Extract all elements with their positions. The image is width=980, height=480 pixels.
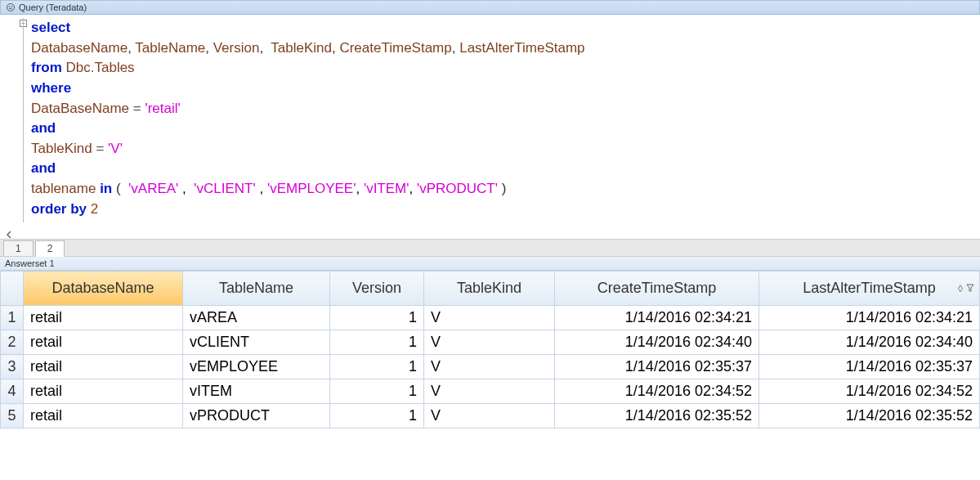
code-line[interactable]: and xyxy=(16,119,972,139)
tab-2[interactable]: 2 xyxy=(35,240,65,257)
token-punc: , xyxy=(205,40,213,56)
cell[interactable]: 1/14/2016 02:34:21 xyxy=(759,306,980,330)
cell[interactable]: 1/14/2016 02:34:40 xyxy=(555,330,759,355)
token-op: = xyxy=(133,101,141,116)
cell[interactable]: 1/14/2016 02:34:21 xyxy=(555,306,759,330)
table-row[interactable]: 1retailvAREA1V1/14/2016 02:34:211/14/201… xyxy=(1,306,980,330)
cell[interactable]: retail xyxy=(24,306,183,330)
cell[interactable]: 1 xyxy=(330,306,424,330)
code-line[interactable]: DataBaseName = 'retail' xyxy=(16,99,972,119)
row-header[interactable]: 5 xyxy=(1,404,24,428)
token-str: 'vPRODUCT' xyxy=(417,181,498,196)
token-ident: DataBaseName xyxy=(31,101,133,116)
tab-1[interactable]: 1 xyxy=(3,240,34,256)
cell[interactable]: retail xyxy=(24,379,183,404)
cell[interactable]: 1/14/2016 02:34:52 xyxy=(555,379,759,404)
sql-editor[interactable]: − selectDatabaseName, TableName, Version… xyxy=(0,15,980,227)
row-header[interactable]: 4 xyxy=(1,379,24,404)
cell[interactable]: 1/14/2016 02:35:37 xyxy=(555,355,759,379)
cell[interactable]: retail xyxy=(24,355,183,379)
code-line[interactable]: from Dbc.Tables xyxy=(16,58,972,79)
token-str: 'retail' xyxy=(145,101,180,116)
token-num: 2 xyxy=(91,201,98,217)
cell[interactable]: V xyxy=(424,355,555,379)
cell[interactable]: vPRODUCT xyxy=(183,404,330,428)
token-ident: tablename xyxy=(31,181,100,196)
svg-point-2 xyxy=(11,6,13,7)
token-str: 'vAREA' xyxy=(128,181,178,196)
code-line[interactable]: and xyxy=(16,159,972,179)
token-blk: , xyxy=(256,181,267,196)
token-str: 'V' xyxy=(108,141,123,156)
table-row[interactable]: 3retailvEMPLOYEE1V1/14/2016 02:35:371/14… xyxy=(1,355,980,379)
answerset-title: Answerset 1 xyxy=(5,258,55,268)
cell[interactable]: 1 xyxy=(330,355,424,379)
token-blk: , xyxy=(409,181,417,196)
row-header[interactable]: 2 xyxy=(1,330,24,355)
token-kw: and xyxy=(31,120,56,136)
cell[interactable]: 1 xyxy=(330,379,424,404)
cell[interactable]: V xyxy=(424,306,555,330)
code-line[interactable]: DatabaseName, TableName, Version, TableK… xyxy=(16,38,972,59)
token-ident: DatabaseName xyxy=(31,40,128,56)
row-header[interactable]: 1 xyxy=(1,306,24,330)
token-punc: ) xyxy=(502,181,507,196)
column-header-databasename[interactable]: DatabaseName xyxy=(24,271,183,306)
column-header-tablekind[interactable]: TableKind xyxy=(424,271,555,306)
table-row[interactable]: 4retailvITEM1V1/14/2016 02:34:521/14/201… xyxy=(1,379,980,404)
column-header-tablename[interactable]: TableName xyxy=(183,271,330,306)
fold-gutter-line xyxy=(23,18,24,222)
cell[interactable]: V xyxy=(424,330,555,355)
scroll-left-icon[interactable] xyxy=(5,231,980,239)
code-line[interactable]: select xyxy=(16,18,972,38)
cell[interactable]: vEMPLOYEE xyxy=(183,355,330,379)
token-ident: Dbc.Tables xyxy=(66,60,135,75)
token-ident: Version xyxy=(213,40,260,56)
row-header[interactable]: 3 xyxy=(1,355,24,379)
code-line[interactable]: order by 2 xyxy=(16,200,972,220)
token-kw: and xyxy=(31,160,56,176)
token-kw: from xyxy=(31,60,62,75)
cell[interactable]: 1 xyxy=(330,330,424,355)
results-grid[interactable]: DatabaseNameTableNameVersionTableKindCre… xyxy=(0,271,980,428)
token-op: = xyxy=(96,141,104,156)
query-panel-title: Query (Teradata) xyxy=(19,2,87,12)
diamond-icon[interactable]: ◊ xyxy=(958,283,963,294)
token-kw: in xyxy=(100,181,112,196)
column-header-lastaltertimestamp[interactable]: LastAlterTimeStamp◊ xyxy=(759,271,980,306)
cell[interactable]: vCLIENT xyxy=(183,330,330,355)
cell[interactable]: V xyxy=(424,404,555,428)
column-header-version[interactable]: Version xyxy=(330,271,424,306)
cell[interactable]: vAREA xyxy=(183,306,330,330)
table-row[interactable]: 2retailvCLIENT1V1/14/2016 02:34:401/14/2… xyxy=(1,330,980,355)
token-punc: , xyxy=(452,40,459,56)
token-str: 'vEMPLOYEE' xyxy=(267,181,356,196)
cell[interactable]: V xyxy=(424,379,555,404)
tab-strip: 12 xyxy=(0,239,980,257)
cell[interactable]: 1/14/2016 02:35:37 xyxy=(759,355,980,379)
code-line[interactable]: where xyxy=(16,79,972,99)
token-ident: TableKind xyxy=(271,40,332,56)
cell[interactable]: retail xyxy=(24,330,183,355)
token-punc: , xyxy=(128,40,135,56)
column-header-tools[interactable]: ◊ xyxy=(958,283,974,294)
cell[interactable]: 1/14/2016 02:35:52 xyxy=(759,404,980,428)
token-punc: , xyxy=(259,40,271,56)
table-row[interactable]: 5retailvPRODUCT1V1/14/2016 02:35:521/14/… xyxy=(1,404,980,428)
grid-corner[interactable] xyxy=(1,271,24,306)
column-header-createtimestamp[interactable]: CreateTimeStamp xyxy=(555,271,759,306)
code-line[interactable]: tablename in ( 'vAREA' , 'vCLIENT' , 'vE… xyxy=(16,179,972,200)
token-ident: LastAlterTimeStamp xyxy=(459,40,584,56)
code-line[interactable]: TableKind = 'V' xyxy=(16,139,972,159)
filter-icon[interactable] xyxy=(966,283,974,294)
token-punc: ( xyxy=(116,181,128,196)
cell[interactable]: retail xyxy=(24,404,183,428)
cell[interactable]: 1/14/2016 02:34:52 xyxy=(759,379,980,404)
cell[interactable]: 1/14/2016 02:34:40 xyxy=(759,330,980,355)
token-kw: order by xyxy=(31,201,87,217)
token-blk: , xyxy=(178,181,194,196)
query-panel-header: Query (Teradata) xyxy=(0,0,980,15)
cell[interactable]: 1 xyxy=(330,404,424,428)
cell[interactable]: vITEM xyxy=(183,379,330,404)
cell[interactable]: 1/14/2016 02:35:52 xyxy=(555,404,759,428)
